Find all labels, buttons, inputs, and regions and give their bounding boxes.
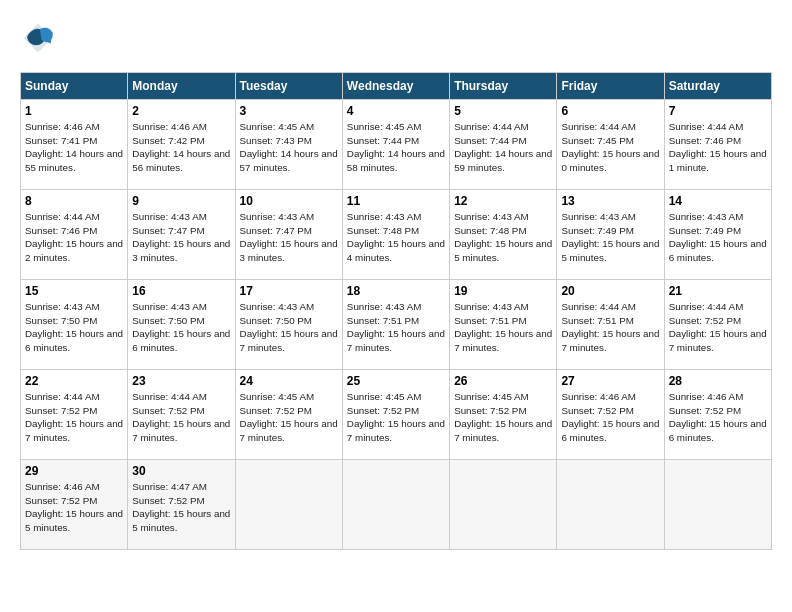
day-number: 7 — [669, 104, 767, 118]
calendar-cell: 10 Sunrise: 4:43 AMSunset: 7:47 PMDaylig… — [235, 190, 342, 280]
day-number: 8 — [25, 194, 123, 208]
cell-info: Sunrise: 4:44 AMSunset: 7:52 PMDaylight:… — [25, 390, 123, 445]
day-number: 22 — [25, 374, 123, 388]
calendar-cell: 9 Sunrise: 4:43 AMSunset: 7:47 PMDayligh… — [128, 190, 235, 280]
day-number: 24 — [240, 374, 338, 388]
cell-info: Sunrise: 4:46 AMSunset: 7:52 PMDaylight:… — [561, 390, 659, 445]
cell-info: Sunrise: 4:43 AMSunset: 7:47 PMDaylight:… — [240, 210, 338, 265]
day-number: 9 — [132, 194, 230, 208]
calendar-cell: 22 Sunrise: 4:44 AMSunset: 7:52 PMDaylig… — [21, 370, 128, 460]
day-number: 29 — [25, 464, 123, 478]
day-number: 18 — [347, 284, 445, 298]
day-number: 23 — [132, 374, 230, 388]
day-number: 12 — [454, 194, 552, 208]
calendar-cell: 26 Sunrise: 4:45 AMSunset: 7:52 PMDaylig… — [450, 370, 557, 460]
calendar-cell: 4 Sunrise: 4:45 AMSunset: 7:44 PMDayligh… — [342, 100, 449, 190]
cell-info: Sunrise: 4:45 AMSunset: 7:52 PMDaylight:… — [454, 390, 552, 445]
calendar-cell: 7 Sunrise: 4:44 AMSunset: 7:46 PMDayligh… — [664, 100, 771, 190]
day-number: 27 — [561, 374, 659, 388]
cell-info: Sunrise: 4:44 AMSunset: 7:45 PMDaylight:… — [561, 120, 659, 175]
calendar-cell: 16 Sunrise: 4:43 AMSunset: 7:50 PMDaylig… — [128, 280, 235, 370]
day-number: 10 — [240, 194, 338, 208]
cell-info: Sunrise: 4:46 AMSunset: 7:52 PMDaylight:… — [25, 480, 123, 535]
calendar-cell: 6 Sunrise: 4:44 AMSunset: 7:45 PMDayligh… — [557, 100, 664, 190]
calendar-cell: 1 Sunrise: 4:46 AMSunset: 7:41 PMDayligh… — [21, 100, 128, 190]
calendar-cell: 18 Sunrise: 4:43 AMSunset: 7:51 PMDaylig… — [342, 280, 449, 370]
day-header-wednesday: Wednesday — [342, 73, 449, 100]
cell-info: Sunrise: 4:44 AMSunset: 7:46 PMDaylight:… — [25, 210, 123, 265]
cell-info: Sunrise: 4:45 AMSunset: 7:43 PMDaylight:… — [240, 120, 338, 175]
cell-info: Sunrise: 4:43 AMSunset: 7:49 PMDaylight:… — [669, 210, 767, 265]
calendar-cell: 28 Sunrise: 4:46 AMSunset: 7:52 PMDaylig… — [664, 370, 771, 460]
cell-info: Sunrise: 4:43 AMSunset: 7:48 PMDaylight:… — [454, 210, 552, 265]
cell-info: Sunrise: 4:44 AMSunset: 7:52 PMDaylight:… — [669, 300, 767, 355]
cell-info: Sunrise: 4:43 AMSunset: 7:51 PMDaylight:… — [347, 300, 445, 355]
day-number: 17 — [240, 284, 338, 298]
day-number: 20 — [561, 284, 659, 298]
calendar-cell: 12 Sunrise: 4:43 AMSunset: 7:48 PMDaylig… — [450, 190, 557, 280]
cell-info: Sunrise: 4:47 AMSunset: 7:52 PMDaylight:… — [132, 480, 230, 535]
calendar-cell: 17 Sunrise: 4:43 AMSunset: 7:50 PMDaylig… — [235, 280, 342, 370]
day-header-tuesday: Tuesday — [235, 73, 342, 100]
cell-info: Sunrise: 4:44 AMSunset: 7:44 PMDaylight:… — [454, 120, 552, 175]
cell-info: Sunrise: 4:43 AMSunset: 7:51 PMDaylight:… — [454, 300, 552, 355]
day-number: 14 — [669, 194, 767, 208]
day-header-friday: Friday — [557, 73, 664, 100]
cell-info: Sunrise: 4:46 AMSunset: 7:41 PMDaylight:… — [25, 120, 123, 175]
cell-info: Sunrise: 4:43 AMSunset: 7:50 PMDaylight:… — [240, 300, 338, 355]
cell-info: Sunrise: 4:43 AMSunset: 7:50 PMDaylight:… — [132, 300, 230, 355]
day-number: 30 — [132, 464, 230, 478]
day-number: 21 — [669, 284, 767, 298]
calendar-cell: 27 Sunrise: 4:46 AMSunset: 7:52 PMDaylig… — [557, 370, 664, 460]
cell-info: Sunrise: 4:43 AMSunset: 7:47 PMDaylight:… — [132, 210, 230, 265]
day-number: 4 — [347, 104, 445, 118]
calendar-cell — [235, 460, 342, 550]
calendar-cell: 21 Sunrise: 4:44 AMSunset: 7:52 PMDaylig… — [664, 280, 771, 370]
calendar-cell — [557, 460, 664, 550]
day-number: 15 — [25, 284, 123, 298]
cell-info: Sunrise: 4:45 AMSunset: 7:44 PMDaylight:… — [347, 120, 445, 175]
day-header-monday: Monday — [128, 73, 235, 100]
day-number: 26 — [454, 374, 552, 388]
calendar-cell: 29 Sunrise: 4:46 AMSunset: 7:52 PMDaylig… — [21, 460, 128, 550]
calendar-cell: 15 Sunrise: 4:43 AMSunset: 7:50 PMDaylig… — [21, 280, 128, 370]
calendar-cell: 14 Sunrise: 4:43 AMSunset: 7:49 PMDaylig… — [664, 190, 771, 280]
calendar: SundayMondayTuesdayWednesdayThursdayFrid… — [20, 72, 772, 550]
day-number: 13 — [561, 194, 659, 208]
calendar-cell: 5 Sunrise: 4:44 AMSunset: 7:44 PMDayligh… — [450, 100, 557, 190]
day-header-saturday: Saturday — [664, 73, 771, 100]
day-number: 28 — [669, 374, 767, 388]
cell-info: Sunrise: 4:43 AMSunset: 7:49 PMDaylight:… — [561, 210, 659, 265]
calendar-cell: 13 Sunrise: 4:43 AMSunset: 7:49 PMDaylig… — [557, 190, 664, 280]
day-header-thursday: Thursday — [450, 73, 557, 100]
day-number: 5 — [454, 104, 552, 118]
day-number: 19 — [454, 284, 552, 298]
calendar-cell: 25 Sunrise: 4:45 AMSunset: 7:52 PMDaylig… — [342, 370, 449, 460]
cell-info: Sunrise: 4:44 AMSunset: 7:51 PMDaylight:… — [561, 300, 659, 355]
day-number: 16 — [132, 284, 230, 298]
calendar-cell — [664, 460, 771, 550]
calendar-cell: 19 Sunrise: 4:43 AMSunset: 7:51 PMDaylig… — [450, 280, 557, 370]
cell-info: Sunrise: 4:45 AMSunset: 7:52 PMDaylight:… — [240, 390, 338, 445]
calendar-cell: 11 Sunrise: 4:43 AMSunset: 7:48 PMDaylig… — [342, 190, 449, 280]
day-header-sunday: Sunday — [21, 73, 128, 100]
calendar-cell: 24 Sunrise: 4:45 AMSunset: 7:52 PMDaylig… — [235, 370, 342, 460]
day-number: 1 — [25, 104, 123, 118]
calendar-cell: 3 Sunrise: 4:45 AMSunset: 7:43 PMDayligh… — [235, 100, 342, 190]
calendar-cell: 20 Sunrise: 4:44 AMSunset: 7:51 PMDaylig… — [557, 280, 664, 370]
cell-info: Sunrise: 4:46 AMSunset: 7:42 PMDaylight:… — [132, 120, 230, 175]
logo — [20, 20, 60, 56]
calendar-cell: 30 Sunrise: 4:47 AMSunset: 7:52 PMDaylig… — [128, 460, 235, 550]
calendar-cell: 8 Sunrise: 4:44 AMSunset: 7:46 PMDayligh… — [21, 190, 128, 280]
logo-icon — [20, 20, 56, 56]
day-number: 6 — [561, 104, 659, 118]
calendar-cell — [342, 460, 449, 550]
cell-info: Sunrise: 4:43 AMSunset: 7:48 PMDaylight:… — [347, 210, 445, 265]
calendar-cell — [450, 460, 557, 550]
cell-info: Sunrise: 4:46 AMSunset: 7:52 PMDaylight:… — [669, 390, 767, 445]
calendar-cell: 2 Sunrise: 4:46 AMSunset: 7:42 PMDayligh… — [128, 100, 235, 190]
day-number: 3 — [240, 104, 338, 118]
cell-info: Sunrise: 4:44 AMSunset: 7:46 PMDaylight:… — [669, 120, 767, 175]
calendar-cell: 23 Sunrise: 4:44 AMSunset: 7:52 PMDaylig… — [128, 370, 235, 460]
cell-info: Sunrise: 4:44 AMSunset: 7:52 PMDaylight:… — [132, 390, 230, 445]
